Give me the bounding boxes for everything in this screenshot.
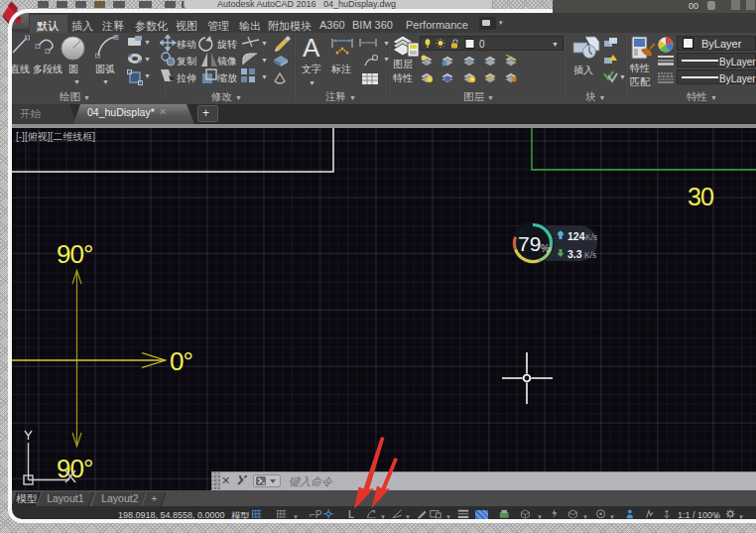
svg-text:%: % xyxy=(541,243,550,254)
svg-text:K/s: K/s xyxy=(584,250,596,260)
svg-text:124: 124 xyxy=(567,230,585,242)
svg-text:90°: 90° xyxy=(57,239,92,269)
svg-text:90°: 90° xyxy=(57,454,92,483)
svg-text:K/s: K/s xyxy=(585,232,597,242)
svg-text:79: 79 xyxy=(518,232,541,255)
svg-text:30: 30 xyxy=(688,183,713,210)
svg-text:0°: 0° xyxy=(170,346,192,376)
svg-text:3.3: 3.3 xyxy=(567,248,582,260)
